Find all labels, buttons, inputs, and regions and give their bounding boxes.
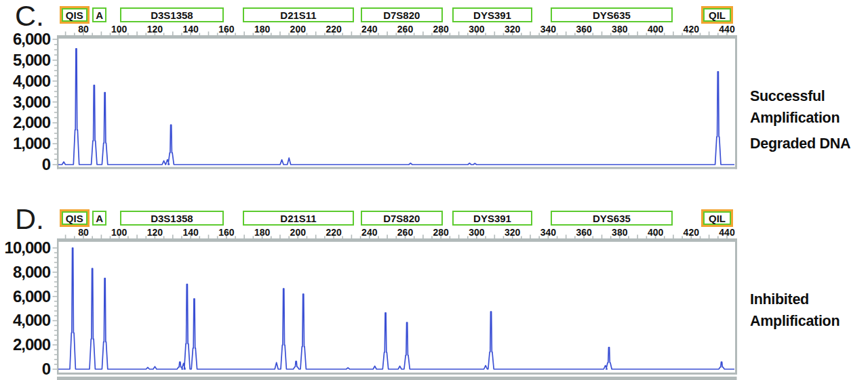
y-tick-label: 0 xyxy=(42,360,51,378)
next-panel-ruler-strip xyxy=(57,377,737,380)
y-tick-label: 2,000 xyxy=(13,335,51,354)
marker-label: DYS635 xyxy=(593,213,631,224)
marker-label: D3S1358 xyxy=(151,213,193,224)
caption-degraded-dna: Degraded DNA xyxy=(750,133,867,154)
marker-label: D21S11 xyxy=(280,213,316,224)
marker-label: D7S820 xyxy=(383,9,420,21)
signal-trace xyxy=(58,49,734,165)
marker-box-qis: QIS xyxy=(60,6,90,24)
marker-box-d7s820: D7S820 xyxy=(361,211,443,226)
caption-line: Successful xyxy=(750,85,867,107)
marker-label: D21S11 xyxy=(280,9,316,21)
electropherogram-c: 8010012014016018020022024026028030032034… xyxy=(0,0,868,183)
marker-box-d21s11: D21S11 xyxy=(243,7,355,22)
caption-inhibited-amplification: Inhibited Amplification xyxy=(750,289,867,332)
marker-box-qis: QIS xyxy=(60,209,90,227)
signal-trace xyxy=(58,248,734,369)
y-tick-label: 5,000 xyxy=(13,51,51,69)
y-tick-label: 8,000 xyxy=(13,263,51,281)
marker-box-dys635: DYS635 xyxy=(551,7,672,22)
marker-label: QIL xyxy=(709,9,726,21)
marker-box-d21s11: D21S11 xyxy=(243,211,355,226)
marker-box-qil: QIL xyxy=(701,209,732,227)
marker-box-d7s820: D7S820 xyxy=(361,7,443,22)
y-tick-label: 6,000 xyxy=(13,287,51,305)
marker-label: DYS391 xyxy=(473,213,511,224)
marker-label: A xyxy=(96,9,103,21)
marker-box-dys391: DYS391 xyxy=(452,211,532,226)
y-axis: 6,0005,0004,0003,0002,0001,0000 xyxy=(13,30,57,173)
y-tick-label: 3,000 xyxy=(13,93,51,111)
caption-line: Degraded DNA xyxy=(750,133,867,154)
panel-c: 8010012014016018020022024026028030032034… xyxy=(0,0,868,183)
marker-box-qil: QIL xyxy=(701,6,732,24)
marker-label: DYS635 xyxy=(593,9,631,21)
plot-frame xyxy=(57,238,737,380)
caption-line: Amplification xyxy=(750,310,867,332)
marker-box-dys391: DYS391 xyxy=(452,7,532,22)
figure: 8010012014016018020022024026028030032034… xyxy=(0,0,868,380)
marker-label: QIL xyxy=(709,213,726,224)
marker-label: DYS391 xyxy=(473,9,511,21)
y-tick-label: 6,000 xyxy=(13,30,51,48)
marker-label: QIS xyxy=(66,9,83,21)
caption-successful-amplification: Successful Amplification xyxy=(750,85,867,129)
y-axis: 10,0008,0006,0004,0002,0000 xyxy=(5,238,57,378)
marker-box-a: A xyxy=(92,211,106,226)
marker-row-d: QISAD3S1358D21S11D7S820DYS391DYS635QIL xyxy=(0,203,868,230)
y-tick-label: 10,000 xyxy=(5,238,51,257)
marker-label: A xyxy=(96,213,103,224)
marker-label: D3S1358 xyxy=(151,9,193,21)
marker-label: QIS xyxy=(66,213,83,224)
marker-row-c: QISAD3S1358D21S11D7S820DYS391DYS635QIL xyxy=(0,0,868,27)
marker-label: D7S820 xyxy=(383,213,420,224)
y-tick-label: 1,000 xyxy=(13,134,51,152)
caption-line: Inhibited xyxy=(750,289,867,310)
plot-frame xyxy=(57,35,737,169)
y-tick-label: 2,000 xyxy=(13,113,51,131)
panel-d: 8010012014016018020022024026028030032034… xyxy=(0,203,868,380)
y-tick-label: 4,000 xyxy=(13,72,51,90)
marker-box-a: A xyxy=(92,7,106,22)
marker-box-d3s1358: D3S1358 xyxy=(120,211,224,226)
y-tick-label: 0 xyxy=(42,155,51,173)
y-tick-label: 4,000 xyxy=(13,311,51,329)
marker-box-dys635: DYS635 xyxy=(551,211,672,226)
caption-line: Amplification xyxy=(750,107,867,129)
marker-box-d3s1358: D3S1358 xyxy=(120,7,224,22)
